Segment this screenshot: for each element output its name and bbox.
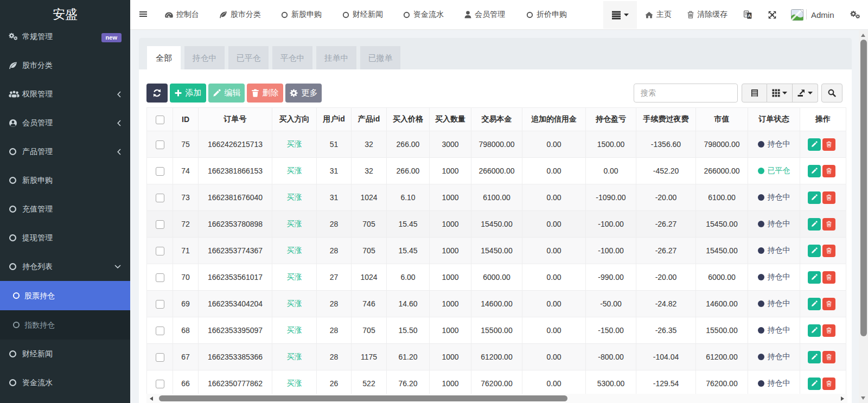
svg-text:A: A — [748, 13, 751, 18]
